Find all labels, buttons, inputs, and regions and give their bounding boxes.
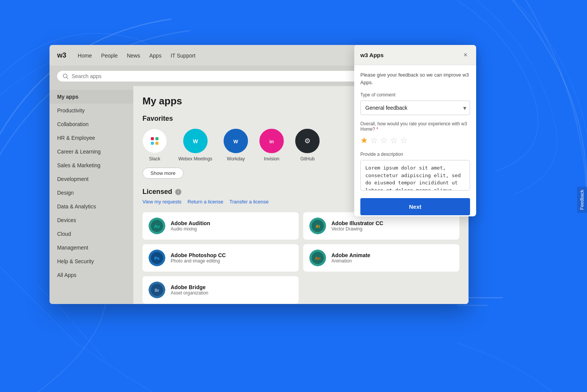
fav-invision-label: Invision: [264, 156, 280, 162]
feedback-intro-text: Please give your feedback so we can impr…: [360, 71, 470, 86]
sidebar-item-development[interactable]: Development: [50, 172, 133, 186]
illustrator-desc: Vector Drawing: [331, 226, 383, 232]
github-icon: ⚙: [295, 129, 320, 153]
nav-home[interactable]: Home: [78, 53, 92, 59]
nav-apps[interactable]: Apps: [149, 53, 162, 59]
nav-people[interactable]: People: [101, 53, 118, 59]
illustrator-info: Adobe Illustrator CC Vector Drawing: [331, 220, 383, 232]
app-card-photoshop[interactable]: Ps Adobe Photoshop CC Photo and image ed…: [142, 244, 299, 272]
feedback-panel-title: w3 Apps: [360, 52, 384, 58]
sidebar-item-hr-employee[interactable]: HR & Employee: [50, 131, 133, 145]
star-5[interactable]: ☆: [400, 136, 408, 146]
feedback-panel-body: Please give your feedback so we can impr…: [354, 65, 476, 216]
svg-text:Ai: Ai: [316, 224, 320, 229]
svg-rect-18: [151, 137, 154, 140]
sidebar-item-sales-marketing[interactable]: Sales & Marketing: [50, 158, 133, 172]
fav-github[interactable]: ⚙ GitHub: [295, 129, 320, 162]
bridge-desc: Asset organization: [171, 290, 208, 296]
bridge-name: Adobe Bridge: [171, 284, 208, 290]
transfer-license-link[interactable]: Transfer a license: [229, 199, 269, 205]
view-requests-link[interactable]: View my requests: [142, 199, 181, 205]
app-card-audition[interactable]: Au Adobe Audition Audio mixing: [142, 212, 299, 240]
photoshop-icon: Ps: [149, 250, 165, 266]
svg-text:Au: Au: [154, 224, 160, 229]
audition-info: Adobe Audition Audio mixing: [171, 220, 210, 232]
animate-icon: An: [309, 250, 326, 266]
nav-it-support[interactable]: IT Support: [171, 53, 195, 59]
info-icon[interactable]: i: [175, 189, 181, 195]
sidebar-item-devices[interactable]: Devices: [50, 213, 133, 227]
audition-icon: Au: [149, 218, 165, 234]
svg-text:Ps: Ps: [154, 256, 159, 261]
sidebar-item-management[interactable]: Management: [50, 241, 133, 254]
animate-info: Adobe Animate Animation: [331, 252, 370, 264]
svg-rect-19: [151, 142, 154, 145]
sidebar-item-cloud[interactable]: Cloud: [50, 227, 133, 241]
illustrator-name: Adobe Illustrator CC: [331, 220, 383, 226]
photoshop-name: Adobe Photoshop CC: [171, 252, 226, 258]
svg-point-16: [63, 74, 67, 78]
sidebar-item-my-apps[interactable]: My apps: [50, 90, 133, 104]
audition-name: Adobe Audition: [171, 220, 210, 226]
star-3[interactable]: ☆: [380, 136, 388, 146]
feedback-panel-header: w3 Apps ×: [354, 45, 476, 65]
svg-text:Br: Br: [155, 288, 160, 293]
workday-icon: W: [224, 129, 248, 153]
type-select-wrapper[interactable]: General feedback Bug report Feature requ…: [360, 101, 470, 115]
sidebar-item-design[interactable]: Design: [50, 186, 133, 200]
svg-text:W: W: [193, 138, 198, 144]
feedback-close-button[interactable]: ×: [461, 50, 470, 59]
svg-rect-2: [457, 305, 488, 306]
webex-icon: W: [183, 129, 208, 153]
svg-text:An: An: [315, 256, 321, 261]
star-rating[interactable]: ★ ☆ ☆ ☆ ☆: [360, 136, 470, 146]
invision-icon: in: [259, 129, 284, 153]
rating-label: Overall, how would you rate your experie…: [360, 121, 470, 132]
photoshop-desc: Photo and image editing: [171, 258, 226, 264]
return-license-link[interactable]: Return a license: [187, 199, 223, 205]
animate-desc: Animation: [331, 258, 370, 264]
star-4[interactable]: ☆: [390, 136, 398, 146]
bridge-icon: Br: [149, 282, 165, 298]
photoshop-info: Adobe Photoshop CC Photo and image editi…: [171, 252, 226, 264]
bridge-info: Adobe Bridge Asset organization: [171, 284, 208, 296]
svg-rect-20: [155, 137, 158, 140]
description-label: Provide a description: [360, 152, 470, 157]
sidebar-item-all-apps[interactable]: All Apps: [50, 268, 133, 282]
type-of-comment-label: Type of comment: [360, 92, 470, 98]
app-card-bridge[interactable]: Br Adobe Bridge Asset organization: [142, 276, 299, 304]
search-icon: [62, 73, 69, 79]
next-button[interactable]: Next: [360, 198, 470, 215]
star-2[interactable]: ☆: [370, 136, 378, 146]
svg-line-17: [67, 77, 68, 79]
fav-workday[interactable]: W Workday: [224, 129, 248, 162]
feedback-panel: w3 Apps × Please give your feedback so w…: [354, 45, 476, 216]
audition-desc: Audio mixing: [171, 226, 210, 232]
slack-icon: [142, 129, 167, 153]
app-card-animate[interactable]: An Adobe Animate Animation: [303, 244, 459, 272]
sidebar-item-collaboration[interactable]: Collaboration: [50, 117, 133, 131]
nav-news[interactable]: News: [127, 53, 140, 59]
description-textarea[interactable]: Lorem ipsum dolor sit amet, consectetur …: [360, 160, 470, 190]
type-of-comment-select[interactable]: General feedback Bug report Feature requ…: [360, 101, 470, 115]
svg-text:in: in: [269, 139, 274, 144]
fav-github-label: GitHub: [300, 156, 314, 162]
fav-invision[interactable]: in Invision: [259, 129, 284, 162]
svg-text:W: W: [234, 139, 238, 144]
animate-name: Adobe Animate: [331, 252, 370, 258]
side-feedback-tab[interactable]: Feedback: [577, 187, 587, 213]
show-more-button[interactable]: Show more: [142, 168, 184, 179]
illustrator-icon: Ai: [309, 218, 326, 234]
fav-webex[interactable]: W Webex Meetings: [178, 129, 212, 162]
fav-slack[interactable]: Slack: [142, 129, 167, 162]
star-1[interactable]: ★: [360, 136, 368, 146]
fav-workday-label: Workday: [227, 156, 245, 162]
sidebar-item-help-security[interactable]: Help & Security: [50, 254, 133, 268]
licensed-title: Licensed: [142, 188, 172, 196]
svg-text:⚙: ⚙: [304, 137, 310, 145]
sidebar-item-productivity[interactable]: Productivity: [50, 104, 133, 117]
fav-slack-label: Slack: [149, 156, 160, 162]
sidebar-item-career-learning[interactable]: Career & Learning: [50, 145, 133, 158]
sidebar-item-data-analytics[interactable]: Data & Analytics: [50, 200, 133, 213]
navbar-logo: w3: [57, 51, 66, 59]
